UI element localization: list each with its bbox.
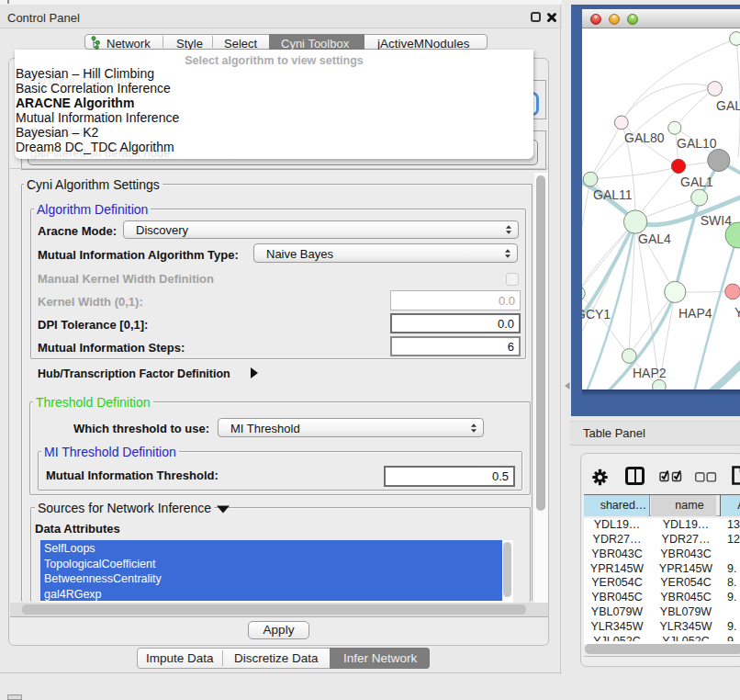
svg-text:GAL10: GAL10: [677, 136, 717, 151]
svg-text:GCY1: GCY1: [582, 307, 611, 322]
svg-text:GAL7: GAL7: [716, 98, 740, 113]
svg-text:Y: Y: [734, 305, 740, 320]
svg-text:GAL1: GAL1: [680, 175, 713, 189]
svg-text:SWI4: SWI4: [701, 213, 732, 228]
svg-text:HAP2: HAP2: [633, 366, 667, 380]
svg-text:HAP4: HAP4: [678, 306, 712, 321]
svg-text:GAL80: GAL80: [624, 130, 665, 145]
svg-text:GAL4: GAL4: [638, 231, 671, 246]
svg-text:GAL11: GAL11: [593, 187, 633, 202]
